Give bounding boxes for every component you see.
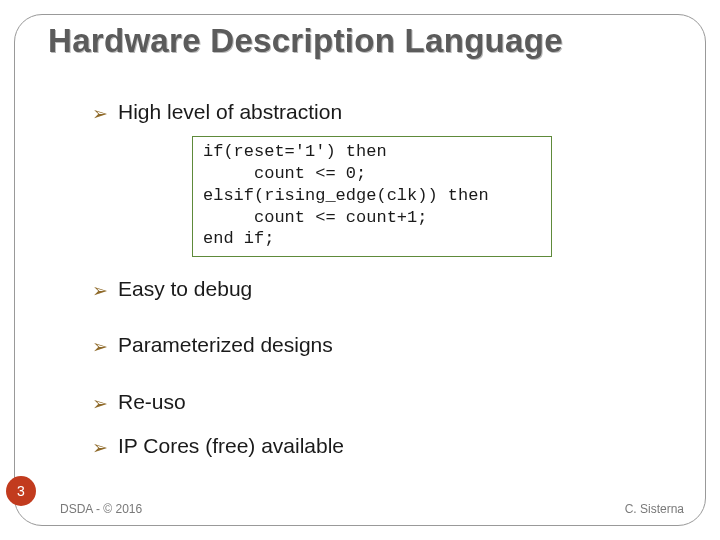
footer-right: C. Sisterna [625,502,684,516]
page-number: 3 [17,483,25,499]
triangle-bullet-icon: ➢ [92,334,108,360]
code-line: count <= count+1; [203,208,427,227]
triangle-bullet-icon: ➢ [92,435,108,461]
bullet-text: High level of abstraction [118,100,342,123]
bullet-parameterized: ➢ Parameterized designs [92,331,680,359]
footer-left: DSDA - © 2016 [60,502,142,516]
triangle-bullet-icon: ➢ [92,278,108,304]
bullet-ipcores: ➢ IP Cores (free) available [92,432,680,460]
bullet-abstraction: ➢ High level of abstraction [92,98,680,126]
code-line: if(reset='1') then [203,142,387,161]
code-line: elsif(rising_edge(clk)) then [203,186,489,205]
bullet-text: IP Cores (free) available [118,434,344,457]
triangle-bullet-icon: ➢ [92,391,108,417]
bullet-text: Re-uso [118,390,186,413]
code-line: count <= 0; [203,164,366,183]
code-line: end if; [203,229,274,248]
bullet-reuse: ➢ Re-uso [92,388,680,416]
code-snippet: if(reset='1') then count <= 0; elsif(ris… [192,136,552,257]
bullet-text: Easy to debug [118,277,252,300]
page-number-badge: 3 [6,476,36,506]
triangle-bullet-icon: ➢ [92,101,108,127]
bullet-debug: ➢ Easy to debug [92,275,680,303]
slide-title: Hardware Description Language [48,22,563,60]
bullet-text: Parameterized designs [118,333,333,356]
slide-content: ➢ High level of abstraction if(reset='1'… [92,98,680,470]
